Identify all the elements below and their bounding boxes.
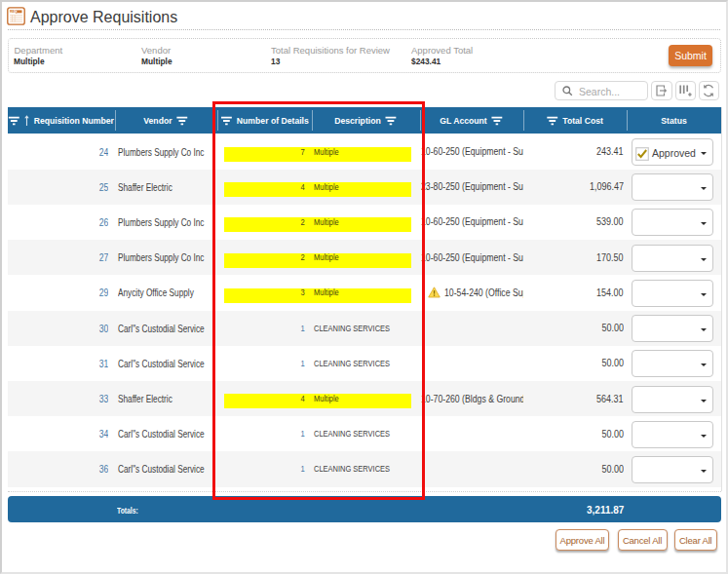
svg-text:REQ: REQ bbox=[10, 10, 18, 14]
